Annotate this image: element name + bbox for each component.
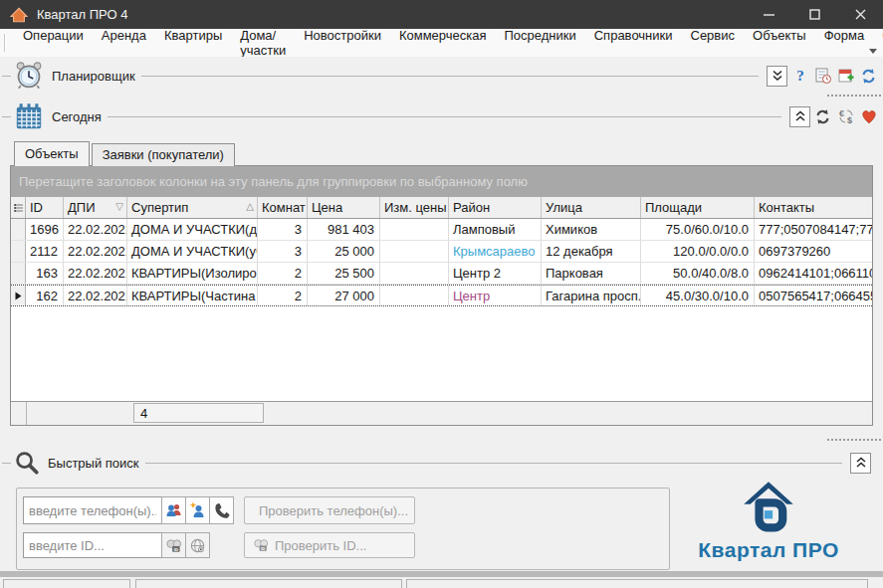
phone-icon[interactable] [209, 496, 234, 524]
status-panel [406, 579, 868, 588]
row-marker [11, 241, 26, 262]
row-selector-header[interactable] [11, 197, 26, 218]
svg-text:$: $ [846, 115, 851, 125]
grid-footer: 4 [11, 401, 872, 425]
quick-search-header: Быстрый поиск [0, 443, 883, 483]
rule [2, 463, 11, 464]
global-search-icon[interactable] [185, 532, 210, 558]
logo-house-icon [740, 481, 797, 532]
svg-text:?: ? [796, 68, 804, 84]
col-header-rooms[interactable]: Комнат [258, 197, 308, 218]
row-marker [11, 219, 26, 240]
phone-search-input[interactable] [23, 496, 162, 524]
clients-icon[interactable] [161, 496, 186, 524]
rule [2, 116, 11, 117]
today-collapse-button[interactable] [789, 106, 810, 127]
row-marker [11, 263, 26, 284]
application-window: Квартал ПРО 4 Операции Аренда Квартиры Д… [0, 0, 883, 588]
col-header-areas[interactable]: Площади [641, 197, 755, 218]
brand-logo: Квартал ПРО [669, 481, 868, 568]
rule [145, 463, 843, 464]
alarm-clock-icon [14, 61, 44, 91]
check-id-button[interactable]: ID Проверить ID... [244, 532, 415, 558]
calendar-icon [14, 101, 44, 131]
rule [2, 76, 11, 77]
planner-add-event-icon[interactable] [835, 66, 856, 87]
logo-text: Квартал ПРО [669, 538, 868, 562]
col-header-supertype[interactable]: Супертип△ [127, 197, 258, 218]
col-header-price-change[interactable]: Изм. цены [380, 197, 449, 218]
today-panel-header: Сегодня €$ [0, 98, 883, 135]
sort-asc-icon: △ [246, 201, 254, 212]
today-tabbar: Объекты Заявки (покупатели) [14, 140, 235, 166]
svg-text:ID: ID [261, 546, 265, 551]
splitter-grip[interactable] [827, 95, 881, 97]
planner-title: Планировщик [52, 69, 135, 84]
svg-text:€: € [838, 108, 843, 118]
quick-search-panel: Проверить телефон(ы)... ID ID Проверить … [16, 488, 670, 570]
status-panel [3, 579, 130, 588]
tab-objects[interactable]: Объекты [14, 141, 90, 166]
tab-requests-buyers[interactable]: Заявки (покупатели) [92, 143, 235, 166]
currency-exchange-icon[interactable]: €$ [835, 106, 856, 127]
footer-marker-cell [11, 402, 27, 425]
current-row-arrow-icon [11, 286, 26, 305]
group-by-panel[interactable]: Перетащите заголовок колонки на эту пане… [11, 166, 872, 197]
planner-panel-header: Планировщик ? [0, 57, 883, 95]
planner-schedule-icon[interactable] [812, 66, 833, 87]
quick-search-title: Быстрый поиск [48, 456, 139, 471]
menu-bar: Операции Аренда Квартиры Дома/участки Но… [0, 29, 883, 58]
splitter-grip[interactable] [827, 439, 881, 441]
table-row[interactable]: 2112 22.02.2021 ДОМА И УЧАСТКИ(уч 3 25 0… [11, 241, 872, 263]
col-header-district[interactable]: Район [449, 197, 542, 218]
col-header-contacts[interactable]: Контакты [755, 197, 872, 218]
status-panel [135, 579, 402, 588]
objects-grid: Перетащите заголовок колонки на эту пане… [10, 165, 873, 426]
app-house-icon [10, 6, 28, 24]
quick-search-collapse-button[interactable] [850, 453, 871, 474]
find-by-id-icon: ID [253, 537, 269, 553]
table-row[interactable]: 1696 22.02.2021 ДОМА И УЧАСТКИ(дс 3 981 … [11, 219, 872, 241]
find-by-id-icon[interactable]: ID [161, 532, 186, 558]
rule [141, 76, 759, 77]
favorites-heart-icon[interactable] [858, 106, 879, 127]
table-row[interactable]: 163 22.02.2021 КВАРТИРЫ(Изолиров 2 25 50… [11, 263, 872, 285]
sort-desc-icon: ▽ [115, 201, 123, 212]
col-header-id[interactable]: ID [26, 197, 64, 218]
today-refresh-icon[interactable] [812, 106, 833, 127]
id-search-input[interactable] [23, 532, 162, 558]
today-title: Сегодня [52, 109, 102, 124]
record-count: 4 [133, 403, 264, 423]
new-client-icon[interactable] [185, 496, 210, 524]
svg-text:ID: ID [174, 546, 178, 551]
planner-collapse-button[interactable] [767, 66, 787, 87]
window-title: Квартал ПРО 4 [37, 7, 127, 22]
check-phones-button[interactable]: Проверить телефон(ы)... [244, 496, 415, 524]
grid-empty-area [11, 306, 872, 401]
search-icon [14, 450, 40, 476]
grid-header-row: ID ДПИ▽ Супертип△ Комнат Цена Изм. цены … [11, 197, 872, 219]
col-header-price[interactable]: Цена [308, 197, 380, 218]
planner-help-icon[interactable]: ? [789, 66, 810, 87]
col-header-street[interactable]: Улица [542, 197, 641, 218]
planner-refresh-icon[interactable] [858, 66, 879, 87]
status-bar [0, 577, 883, 588]
col-header-dpi[interactable]: ДПИ▽ [64, 197, 127, 218]
rule [108, 116, 781, 117]
table-row-selected[interactable]: 162 22.02.2021 КВАРТИРЫ(Частина к 2 27 0… [11, 285, 872, 306]
